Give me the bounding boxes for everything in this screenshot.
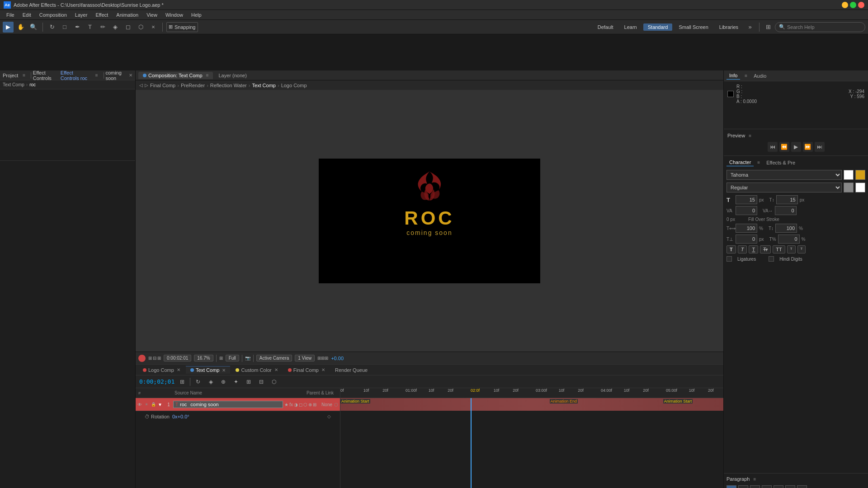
nav-final-comp[interactable]: Final Comp <box>150 83 175 88</box>
char-options[interactable]: ≡ <box>757 160 760 165</box>
audio-tab[interactable]: Audio <box>751 72 769 80</box>
hindi-digits-checkbox[interactable] <box>769 256 774 262</box>
character-tab[interactable]: Character <box>726 159 754 166</box>
nav-prerender[interactable]: PreRender <box>181 83 205 88</box>
track-area[interactable]: Animation Start Animation End Animation … <box>340 398 723 488</box>
stopwatch-icon[interactable]: ⏱ <box>145 414 151 419</box>
playback-indicator[interactable] <box>138 355 146 362</box>
font-size-input[interactable] <box>736 195 757 204</box>
info-tab[interactable]: Info <box>726 72 740 80</box>
tool-eraser[interactable]: ◻ <box>123 22 133 33</box>
menu-window[interactable]: Window <box>162 11 187 19</box>
align-right[interactable]: ≡ <box>750 485 760 488</box>
align-justify-full[interactable]: ≡ <box>797 485 807 488</box>
tl-graph[interactable]: ⬡ <box>269 377 279 387</box>
workspace-small-screen[interactable]: Small Screen <box>674 23 712 31</box>
scale-v-input[interactable] <box>775 224 797 233</box>
tool-pen[interactable]: ✒ <box>72 22 83 33</box>
workspace-standard[interactable]: Standard <box>643 23 673 31</box>
motion-blur[interactable]: ◑ <box>294 402 298 407</box>
effects-pre-tab[interactable]: Effects & Pre <box>764 159 798 166</box>
guide-icon[interactable]: ⊞ <box>313 402 316 407</box>
effect-menu[interactable]: ≡ <box>95 73 98 78</box>
eye-icon[interactable]: 👁 <box>137 402 142 407</box>
kerning-input[interactable] <box>736 206 757 215</box>
search-button[interactable]: ⊞ <box>763 22 773 32</box>
window-controls[interactable] <box>842 2 864 8</box>
tool-rotate[interactable]: ↻ <box>47 22 57 33</box>
allcaps-btn[interactable]: TT <box>773 245 785 253</box>
tl-tool-2[interactable]: ◈ <box>206 377 216 387</box>
comp-tab-text-comp[interactable]: Composition: Text Comp ≡ <box>138 72 213 79</box>
view-options[interactable]: ⊞⊞⊞ <box>317 356 328 361</box>
tl-tool-6[interactable]: ⊟ <box>256 377 266 387</box>
tool-text[interactable]: T <box>85 22 95 33</box>
keyframe-nav[interactable]: ◇ <box>327 414 331 419</box>
nav-logo-comp[interactable]: Logo Comp <box>281 83 307 88</box>
tool-select[interactable]: ▶ <box>3 22 14 33</box>
region-buttons[interactable]: ⊞⊟⊞ <box>148 356 161 361</box>
search-keyframe[interactable]: ⊞ <box>177 377 187 387</box>
menu-effect[interactable]: Effect <box>92 11 112 19</box>
collapse-icon[interactable]: ◻ <box>299 402 302 407</box>
white-swatch[interactable] <box>855 183 865 192</box>
fx-icon[interactable]: fx <box>289 402 293 407</box>
tool-roto[interactable]: ⬡ <box>135 22 146 33</box>
breadcrumb-text-comp[interactable]: Text Comp <box>3 82 24 87</box>
menu-help[interactable]: Help <box>188 11 205 19</box>
tool-zoom[interactable]: 🔍 <box>28 22 39 33</box>
step-forward[interactable]: ⏩ <box>803 142 813 152</box>
menu-file[interactable]: File <box>3 11 18 19</box>
quality-icon[interactable]: ⬡ <box>303 402 307 407</box>
menu-layer[interactable]: Layer <box>71 11 91 19</box>
color-picker-btn[interactable] <box>844 183 854 192</box>
timecode-display[interactable]: 0:00;02;01 <box>139 378 175 385</box>
lock-btn[interactable]: 🔒 <box>150 401 156 408</box>
maximize-button[interactable] <box>850 2 856 8</box>
bold-btn[interactable]: T <box>726 245 736 253</box>
camera-select[interactable]: Active Camera <box>256 355 292 361</box>
font-family-select[interactable]: Tahoma <box>726 170 842 180</box>
tab-custom-color[interactable]: Custom Color ✕ <box>231 366 282 374</box>
subscript-btn[interactable]: T <box>797 245 806 253</box>
info-options[interactable]: ≡ <box>745 73 747 78</box>
paragraph-options[interactable]: ≡ <box>753 477 756 482</box>
strikethrough-btn[interactable]: Tr <box>760 245 771 253</box>
minimize-button[interactable] <box>842 2 848 8</box>
tl-tool-4[interactable]: ✦ <box>231 377 241 387</box>
stroke-color-box[interactable] <box>855 170 865 180</box>
fill-color-box[interactable] <box>844 170 854 180</box>
workspace-overflow[interactable]: » <box>745 22 755 33</box>
layer-collapse[interactable]: ▼ <box>158 402 162 407</box>
tl-tool-3[interactable]: ⊕ <box>218 377 228 387</box>
tab-render-queue[interactable]: Render Queue <box>330 366 372 374</box>
workspace-default[interactable]: Default <box>593 23 618 31</box>
tool-paint[interactable]: ✏ <box>97 22 108 33</box>
italic-btn[interactable]: T <box>738 245 747 253</box>
align-left[interactable]: ≡ <box>726 485 736 488</box>
timecode-display[interactable]: 0:00:02:01 <box>164 355 191 361</box>
resolution-toggle[interactable]: ⊞ <box>219 356 223 361</box>
tool-puppet[interactable]: × <box>148 22 159 33</box>
project-options[interactable]: ≡ <box>23 73 25 78</box>
env-icon[interactable]: ⊕ <box>308 402 312 407</box>
superscript-btn[interactable]: T <box>787 245 796 253</box>
align-justify-center[interactable]: ≡ <box>774 485 783 488</box>
tab-final-comp[interactable]: Final Comp ✕ <box>283 366 330 374</box>
parent-link-select[interactable]: None ⬡ <box>321 402 338 407</box>
quality-select[interactable]: Full <box>226 355 239 361</box>
align-justify-right[interactable]: ≡ <box>785 485 795 488</box>
ligatures-checkbox[interactable] <box>726 256 732 262</box>
coming-soon-tab[interactable]: coming soon <box>105 70 127 81</box>
link-icon[interactable]: ⬡ <box>334 402 338 407</box>
nav-arrows[interactable]: ◁ <box>139 83 143 88</box>
menu-view[interactable]: View <box>143 11 161 19</box>
nav-reflection[interactable]: Reflection Water <box>210 83 247 88</box>
tracking-input[interactable] <box>775 206 797 215</box>
layer-name-field[interactable]: T roc coming soon <box>173 401 283 408</box>
menu-edit[interactable]: Edit <box>19 11 35 19</box>
comp-tab-layer[interactable]: Layer (none) <box>214 72 251 79</box>
tl-tool-5[interactable]: ⊞ <box>244 377 254 387</box>
tab-text-comp[interactable]: Text Comp ✕ <box>186 366 231 374</box>
menu-composition[interactable]: Composition <box>36 11 71 19</box>
